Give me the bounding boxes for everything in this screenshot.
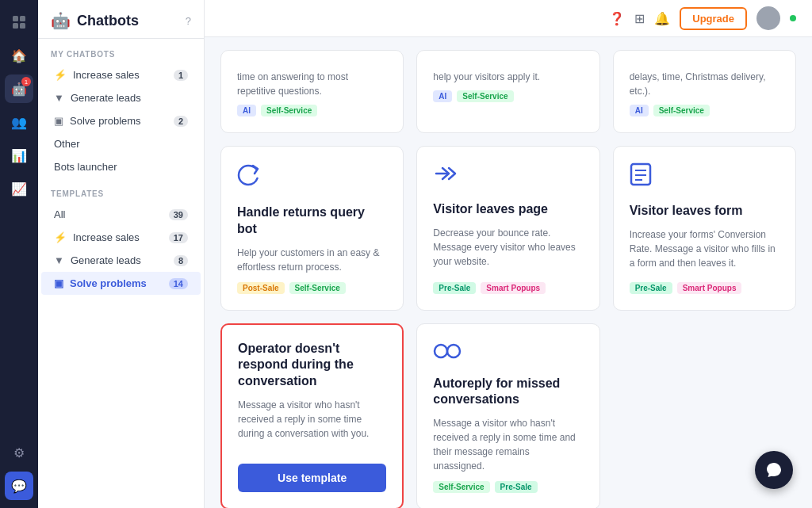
sidebar-item-other[interactable]: Other [41, 132, 201, 155]
nav-contacts-icon[interactable]: 👥 [5, 108, 33, 136]
sidebar-item-increase-sales[interactable]: ⚡ Increase sales 1 [41, 63, 201, 86]
solve-problems-count: 2 [174, 116, 188, 127]
tag-post-sale: Post-Sale [237, 282, 285, 294]
svg-rect-0 [13, 16, 18, 21]
nav-home-icon[interactable]: 🏠 [5, 41, 33, 70]
nav-logo [5, 8, 33, 36]
tag-self-service-2: Self-Service [457, 90, 513, 102]
sidebar-item-generate-leads-template[interactable]: ▼ Generate leads 8 [41, 249, 201, 272]
card-autoreply-desc: Message a visitor who hasn't received a … [433, 416, 583, 473]
generate-leads-icon: ▼ [54, 92, 64, 104]
nav-chat-icon[interactable]: 💬 [5, 472, 33, 500]
solve-problems-t-count: 14 [169, 278, 188, 289]
card-handle-returns: Handle returns query bot Help your custo… [220, 146, 404, 311]
card-visitor-leaves-page: Visitor leaves page Decrease your bounce… [416, 146, 599, 311]
sidebar-item-increase-sales-template[interactable]: ⚡ Increase sales 17 [41, 226, 201, 249]
increase-sales-t-count: 17 [169, 232, 188, 243]
nav-analytics-icon[interactable]: 📈 [5, 174, 33, 203]
card-handle-returns-icon [237, 162, 387, 193]
partial-cards-row: time on answering to most repetitive que… [205, 37, 812, 133]
nav-settings-icon[interactable]: ⚙ [5, 438, 33, 467]
card-visitor-leaves-form: Visitor leaves form Increase your forms'… [613, 146, 796, 311]
svg-rect-3 [20, 23, 25, 29]
all-count: 39 [169, 209, 188, 220]
card-vlf-title: Visitor leaves form [630, 203, 779, 220]
tag-pre-sale-ar: Pre-Sale [495, 481, 538, 493]
topbar-help-icon[interactable]: ❓ [609, 11, 625, 26]
increase-sales-count: 1 [174, 70, 188, 81]
increase-sales-icon: ⚡ [54, 69, 67, 81]
chat-fab-button[interactable] [755, 451, 793, 489]
sidebar-item-bots-launcher[interactable]: Bots launcher [41, 155, 201, 178]
help-icon[interactable]: ? [186, 15, 191, 27]
generate-leads-t-count: 8 [174, 255, 188, 266]
generate-leads-label: Generate leads [71, 92, 141, 104]
left-nav: 🏠 🤖 1 👥 📊 📈 ⚙ 💬 [0, 0, 38, 508]
card-vlf-icon [630, 162, 779, 192]
card-onr-desc: Message a visitor who hasn't received a … [238, 398, 386, 449]
chatbot-badge: 1 [21, 77, 31, 86]
tag-self-service-3: Self-Service [653, 105, 710, 116]
partial-card-3-tags: AI Self-Service [630, 105, 779, 116]
svg-point-8 [435, 345, 447, 357]
card-autoreply-icon [433, 340, 583, 365]
solve-problems-t-label: Solve problems [70, 277, 147, 289]
tag-pre-sale-vlf: Pre-Sale [630, 282, 672, 294]
partial-card-1: time on answering to most repetitive que… [220, 50, 404, 133]
topbar-grid-icon[interactable]: ⊞ [634, 11, 645, 26]
generate-leads-t-label: Generate leads [71, 254, 141, 266]
solve-problems-t-icon: ▣ [54, 277, 63, 289]
robot-icon: 🤖 [51, 11, 71, 30]
partial-card-2-tags: AI Self-Service [433, 90, 583, 102]
card-vlp-title: Visitor leaves page [433, 201, 583, 218]
sidebar: 🤖 Chatbots ? MY CHATBOTS ⚡ Increase sale… [38, 0, 205, 508]
svg-rect-1 [20, 16, 25, 21]
card-onr-title: Operator doesn't respond during the conv… [238, 341, 386, 390]
topbar-bell-icon[interactable]: 🔔 [654, 11, 670, 26]
svg-point-9 [447, 345, 460, 357]
card-handle-returns-desc: Help your customers in an easy & effortl… [237, 246, 387, 274]
solve-problems-icon: ▣ [54, 115, 63, 127]
sidebar-title: Chatbots [77, 13, 139, 29]
nav-chatbot-icon[interactable]: 🤖 1 [5, 74, 33, 103]
templates-label: TEMPLATES [38, 178, 204, 203]
partial-card-2-desc: help your visitors apply it. [433, 70, 583, 84]
topbar: ❓ ⊞ 🔔 Upgrade [205, 0, 812, 37]
tag-ai-2: AI [433, 90, 452, 102]
card-vlp-tags: Pre-Sale Smart Popups [433, 282, 583, 294]
increase-sales-t-icon: ⚡ [54, 231, 67, 243]
svg-rect-2 [13, 23, 18, 29]
user-avatar[interactable] [756, 6, 780, 30]
online-status-dot [790, 15, 796, 21]
upgrade-button[interactable]: Upgrade [680, 7, 747, 30]
card-vlf-tags: Pre-Sale Smart Popups [630, 282, 779, 294]
sidebar-item-solve-problems-template[interactable]: ▣ Solve problems 14 [41, 272, 201, 295]
tag-self-service: Self-Service [261, 105, 317, 116]
increase-sales-label: Increase sales [73, 69, 140, 81]
nav-reports-icon[interactable]: 📊 [5, 141, 33, 170]
tag-self-service-ar: Self-Service [433, 481, 489, 493]
card-operator-no-respond: Operator doesn't respond during the conv… [220, 323, 404, 508]
tag-smart-popups-vlp: Smart Popups [481, 282, 546, 294]
tag-pre-sale-vlp: Pre-Sale [433, 282, 476, 294]
card-vlp-icon [433, 162, 583, 190]
card-autoreply-tags: Self-Service Pre-Sale [433, 481, 583, 493]
bots-launcher-label: Bots launcher [54, 161, 117, 173]
increase-sales-t-label: Increase sales [73, 231, 140, 243]
my-chatbots-label: MY CHATBOTS [38, 39, 204, 63]
partial-card-1-tags: AI Self-Service [237, 105, 387, 116]
sidebar-item-all[interactable]: All 39 [41, 203, 201, 226]
card-vlp-desc: Decrease your bounce rate. Message every… [433, 226, 583, 274]
use-template-button[interactable]: Use template [238, 464, 386, 492]
all-label: All [54, 208, 65, 220]
partial-card-2: help your visitors apply it. AI Self-Ser… [416, 50, 599, 133]
solve-problems-label: Solve problems [70, 115, 141, 127]
sidebar-header: 🤖 Chatbots ? [38, 0, 204, 39]
tag-ai-3: AI [630, 105, 649, 116]
tag-smart-popups-vlf: Smart Popups [677, 282, 742, 294]
sidebar-item-solve-problems[interactable]: ▣ Solve problems 2 [41, 109, 201, 132]
card-handle-returns-tags: Post-Sale Self-Service [237, 282, 387, 294]
cards-grid: Handle returns query bot Help your custo… [205, 133, 812, 508]
sidebar-item-generate-leads[interactable]: ▼ Generate leads [41, 86, 201, 109]
other-label: Other [54, 138, 80, 150]
